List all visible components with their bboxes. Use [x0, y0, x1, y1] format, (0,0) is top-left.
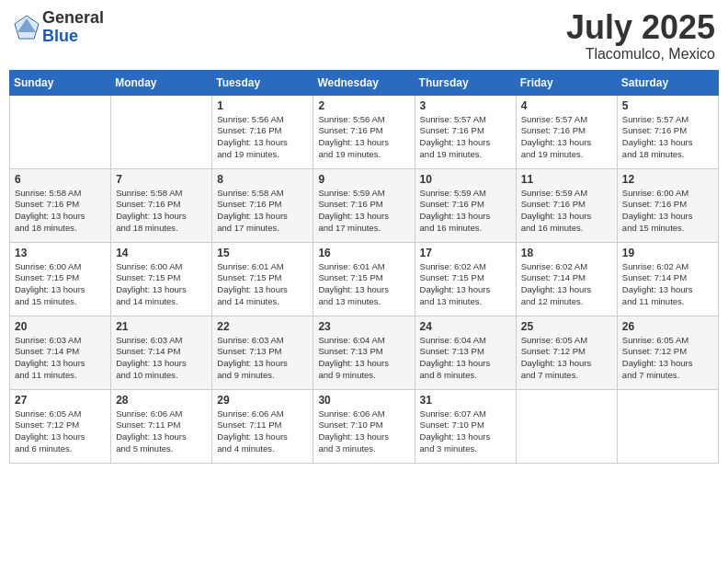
logo-general: General [42, 9, 104, 28]
page-header: General Blue July 2025 Tlacomulco, Mexic… [9, 9, 719, 63]
day-number: 14 [116, 247, 207, 259]
day-number: 5 [622, 99, 713, 112]
title-block: July 2025 Tlacomulco, Mexico [566, 9, 715, 63]
table-cell [617, 389, 718, 463]
table-cell [111, 95, 212, 168]
day-info: Sunrise: 6:05 AM Sunset: 7:12 PM Dayligh… [15, 408, 106, 455]
day-number: 27 [15, 394, 106, 407]
day-number: 16 [318, 247, 409, 259]
week-row-1: 1Sunrise: 5:56 AM Sunset: 7:16 PM Daylig… [10, 95, 719, 168]
day-info: Sunrise: 6:04 AM Sunset: 7:13 PM Dayligh… [420, 335, 511, 382]
table-cell: 13Sunrise: 6:00 AM Sunset: 7:15 PM Dayli… [10, 242, 111, 316]
calendar-table: SundayMondayTuesdayWednesdayThursdayFrid… [9, 70, 719, 464]
day-number: 3 [420, 99, 511, 112]
day-info: Sunrise: 6:06 AM Sunset: 7:11 PM Dayligh… [217, 408, 308, 455]
table-cell: 31Sunrise: 6:07 AM Sunset: 7:10 PM Dayli… [415, 389, 516, 463]
table-cell: 22Sunrise: 6:03 AM Sunset: 7:13 PM Dayli… [212, 316, 313, 389]
day-info: Sunrise: 5:59 AM Sunset: 7:16 PM Dayligh… [420, 188, 511, 235]
day-number: 22 [217, 320, 308, 333]
day-info: Sunrise: 6:03 AM Sunset: 7:14 PM Dayligh… [116, 335, 207, 382]
table-cell: 19Sunrise: 6:02 AM Sunset: 7:14 PM Dayli… [617, 242, 718, 316]
day-number: 17 [420, 247, 511, 259]
table-cell: 9Sunrise: 5:59 AM Sunset: 7:16 PM Daylig… [313, 168, 415, 242]
table-cell: 23Sunrise: 6:04 AM Sunset: 7:13 PM Dayli… [313, 316, 415, 389]
day-info: Sunrise: 6:01 AM Sunset: 7:15 PM Dayligh… [318, 261, 409, 308]
week-row-3: 13Sunrise: 6:00 AM Sunset: 7:15 PM Dayli… [10, 242, 719, 316]
day-info: Sunrise: 6:06 AM Sunset: 7:10 PM Dayligh… [318, 408, 409, 455]
day-number: 15 [217, 247, 308, 259]
day-info: Sunrise: 6:02 AM Sunset: 7:15 PM Dayligh… [420, 261, 511, 308]
table-cell: 29Sunrise: 6:06 AM Sunset: 7:11 PM Dayli… [212, 389, 313, 463]
day-info: Sunrise: 6:03 AM Sunset: 7:13 PM Dayligh… [217, 335, 308, 382]
logo-blue: Blue [42, 28, 104, 46]
day-number: 4 [521, 99, 612, 112]
day-number: 11 [521, 173, 612, 186]
month-year: July 2025 [566, 9, 715, 46]
location: Tlacomulco, Mexico [566, 46, 715, 63]
day-info: Sunrise: 6:07 AM Sunset: 7:10 PM Dayligh… [420, 408, 511, 455]
day-info: Sunrise: 5:58 AM Sunset: 7:16 PM Dayligh… [116, 188, 207, 235]
day-number: 18 [521, 247, 612, 259]
day-number: 12 [622, 173, 713, 186]
week-row-5: 27Sunrise: 6:05 AM Sunset: 7:12 PM Dayli… [10, 389, 719, 463]
day-info: Sunrise: 5:56 AM Sunset: 7:16 PM Dayligh… [318, 114, 409, 161]
table-cell [10, 95, 111, 168]
logo: General Blue [13, 9, 104, 46]
day-info: Sunrise: 5:58 AM Sunset: 7:16 PM Dayligh… [217, 188, 308, 235]
day-info: Sunrise: 6:00 AM Sunset: 7:16 PM Dayligh… [622, 188, 713, 235]
day-number: 19 [622, 247, 713, 259]
logo-text: General Blue [42, 9, 104, 46]
day-info: Sunrise: 5:56 AM Sunset: 7:16 PM Dayligh… [217, 114, 308, 161]
table-cell: 24Sunrise: 6:04 AM Sunset: 7:13 PM Dayli… [415, 316, 516, 389]
day-number: 23 [318, 320, 409, 333]
weekday-header-thursday: Thursday [415, 70, 516, 95]
weekday-header-tuesday: Tuesday [212, 70, 313, 95]
day-number: 21 [116, 320, 207, 333]
table-cell: 10Sunrise: 5:59 AM Sunset: 7:16 PM Dayli… [415, 168, 516, 242]
day-number: 13 [15, 247, 106, 259]
day-number: 26 [622, 320, 713, 333]
day-number: 25 [521, 320, 612, 333]
table-cell: 17Sunrise: 6:02 AM Sunset: 7:15 PM Dayli… [415, 242, 516, 316]
day-number: 7 [116, 173, 207, 186]
weekday-header-monday: Monday [111, 70, 212, 95]
table-cell: 14Sunrise: 6:00 AM Sunset: 7:15 PM Dayli… [111, 242, 212, 316]
day-info: Sunrise: 6:02 AM Sunset: 7:14 PM Dayligh… [521, 261, 612, 308]
table-cell: 12Sunrise: 6:00 AM Sunset: 7:16 PM Dayli… [617, 168, 718, 242]
table-cell: 20Sunrise: 6:03 AM Sunset: 7:14 PM Dayli… [10, 316, 111, 389]
table-cell: 1Sunrise: 5:56 AM Sunset: 7:16 PM Daylig… [212, 95, 313, 168]
day-number: 20 [15, 320, 106, 333]
weekday-header-sunday: Sunday [10, 70, 111, 95]
table-cell: 6Sunrise: 5:58 AM Sunset: 7:16 PM Daylig… [10, 168, 111, 242]
table-cell: 18Sunrise: 6:02 AM Sunset: 7:14 PM Dayli… [516, 242, 617, 316]
table-cell: 28Sunrise: 6:06 AM Sunset: 7:11 PM Dayli… [111, 389, 212, 463]
day-number: 31 [420, 394, 511, 407]
day-info: Sunrise: 5:59 AM Sunset: 7:16 PM Dayligh… [521, 188, 612, 235]
day-number: 6 [15, 173, 106, 186]
table-cell: 25Sunrise: 6:05 AM Sunset: 7:12 PM Dayli… [516, 316, 617, 389]
day-info: Sunrise: 6:06 AM Sunset: 7:11 PM Dayligh… [116, 408, 207, 455]
day-number: 28 [116, 394, 207, 407]
day-number: 1 [217, 99, 308, 112]
logo-icon [13, 14, 40, 41]
day-number: 8 [217, 173, 308, 186]
day-info: Sunrise: 6:03 AM Sunset: 7:14 PM Dayligh… [15, 335, 106, 382]
day-number: 30 [318, 394, 409, 407]
day-info: Sunrise: 5:57 AM Sunset: 7:16 PM Dayligh… [420, 114, 511, 161]
day-info: Sunrise: 6:00 AM Sunset: 7:15 PM Dayligh… [15, 261, 106, 308]
table-cell: 4Sunrise: 5:57 AM Sunset: 7:16 PM Daylig… [516, 95, 617, 168]
table-cell: 15Sunrise: 6:01 AM Sunset: 7:15 PM Dayli… [212, 242, 313, 316]
weekday-header-wednesday: Wednesday [313, 70, 415, 95]
day-info: Sunrise: 5:59 AM Sunset: 7:16 PM Dayligh… [318, 188, 409, 235]
table-cell: 3Sunrise: 5:57 AM Sunset: 7:16 PM Daylig… [415, 95, 516, 168]
day-info: Sunrise: 6:04 AM Sunset: 7:13 PM Dayligh… [318, 335, 409, 382]
day-info: Sunrise: 5:57 AM Sunset: 7:16 PM Dayligh… [521, 114, 612, 161]
table-cell: 8Sunrise: 5:58 AM Sunset: 7:16 PM Daylig… [212, 168, 313, 242]
day-info: Sunrise: 6:05 AM Sunset: 7:12 PM Dayligh… [622, 335, 713, 382]
day-number: 29 [217, 394, 308, 407]
table-cell: 26Sunrise: 6:05 AM Sunset: 7:12 PM Dayli… [617, 316, 718, 389]
day-number: 24 [420, 320, 511, 333]
day-info: Sunrise: 6:01 AM Sunset: 7:15 PM Dayligh… [217, 261, 308, 308]
table-cell: 21Sunrise: 6:03 AM Sunset: 7:14 PM Dayli… [111, 316, 212, 389]
table-cell: 16Sunrise: 6:01 AM Sunset: 7:15 PM Dayli… [313, 242, 415, 316]
